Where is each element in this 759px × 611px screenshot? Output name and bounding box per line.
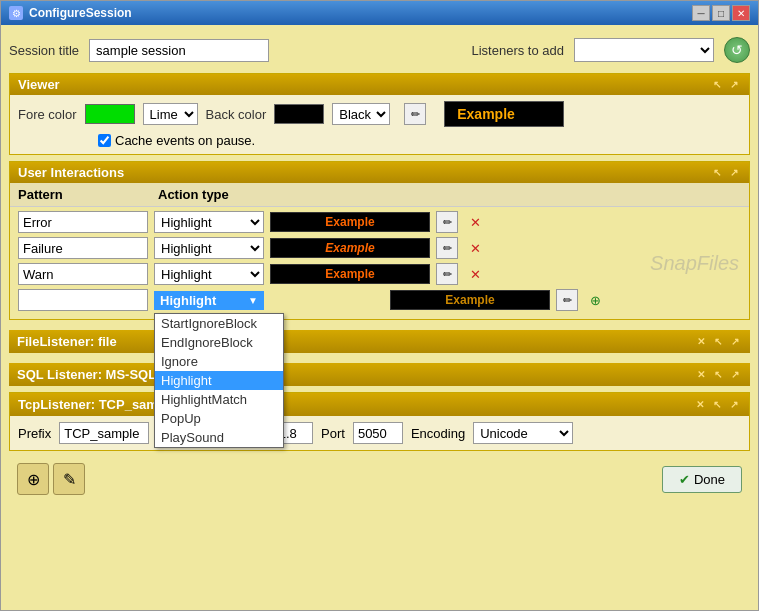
window-icon: ⚙ (9, 6, 23, 20)
minimize-button[interactable]: ─ (692, 5, 710, 21)
viewer-section: Viewer ↖ ↗ Fore color Lime Back color Bl (9, 73, 750, 155)
file-listener-row: FileListener: file ✕ ↖ ↗ (9, 330, 750, 353)
example-3: Example (270, 264, 430, 284)
ui-title: User Interactions (18, 165, 124, 180)
edit-btn-4[interactable]: ✏ (556, 289, 578, 311)
fore-color-select[interactable]: Lime (143, 103, 198, 125)
dropdown-item[interactable]: PopUp (155, 409, 283, 428)
port-input[interactable] (353, 422, 403, 444)
delete-btn-3[interactable]: ✕ (464, 263, 486, 285)
close-button[interactable]: ✕ (732, 5, 750, 21)
tcp-listener-header: TcpListener: TCP_sample ✕ ↖ ↗ (10, 393, 749, 416)
listeners-dropdown[interactable] (574, 38, 714, 62)
example-1: Example (270, 212, 430, 232)
sql-listener-title: SQL Listener: MS-SQL (17, 367, 156, 382)
action-dropdown[interactable]: StartIgnoreBlock EndIgnoreBlock Ignore H… (154, 313, 284, 448)
listeners-to-add-label: Listeners to add (471, 43, 564, 58)
cache-checkbox[interactable] (98, 134, 111, 147)
window-title: ConfigureSession (29, 6, 686, 20)
add-btn[interactable]: ⊕ (584, 289, 606, 311)
ui-rows: Highlight Example ✏ ✕ Highlight Example … (10, 207, 749, 319)
bottom-btn-2[interactable]: ✎ (53, 463, 85, 495)
action-dropdown-container: Highlight ▼ StartIgnoreBlock EndIgnoreBl… (154, 291, 264, 310)
example-2: Example (270, 238, 430, 258)
ui-icon-2[interactable]: ↗ (727, 166, 741, 180)
tcp-listener-title: TcpListener: TCP_sample (18, 397, 177, 412)
table-row: Highlight Example ✏ ✕ (18, 211, 741, 233)
window-controls: ─ □ ✕ (692, 5, 750, 21)
ui-column-headers: Pattern Action type (10, 183, 749, 207)
main-content: Session title Listeners to add ↺ Viewer … (1, 25, 758, 610)
viewer-edit-button[interactable]: ✏ (404, 103, 426, 125)
action-select-3[interactable]: Highlight (154, 263, 264, 285)
edit-btn-1[interactable]: ✏ (436, 211, 458, 233)
edit-btn-2[interactable]: ✏ (436, 237, 458, 259)
back-color-select[interactable]: Black (332, 103, 390, 125)
pattern-input-2[interactable] (18, 237, 148, 259)
done-button[interactable]: ✔ Done (662, 466, 742, 493)
session-title-label: Session title (9, 43, 79, 58)
file-listener-icon-2[interactable]: ↗ (728, 335, 742, 349)
session-title-input[interactable] (89, 39, 269, 62)
fore-color-label: Fore color (18, 107, 77, 122)
user-interactions-section: User Interactions ↖ ↗ Pattern Action typ… (9, 161, 750, 320)
maximize-button[interactable]: □ (712, 5, 730, 21)
bottom-left-buttons: ⊕ ✎ (17, 463, 85, 495)
sql-listener-icon-1[interactable]: ↖ (711, 368, 725, 382)
action-select-1[interactable]: Highlight (154, 211, 264, 233)
sql-listener-icon-2[interactable]: ↗ (728, 368, 742, 382)
viewer-title: Viewer (18, 77, 60, 92)
viewer-color-row: Fore color Lime Back color Black ✏ Examp… (18, 101, 741, 127)
back-color-label: Back color (206, 107, 267, 122)
dropdown-item-playsound[interactable]: PlaySound (155, 428, 283, 447)
pattern-input-3[interactable] (18, 263, 148, 285)
back-color-swatch (274, 104, 324, 124)
fore-color-swatch (85, 104, 135, 124)
file-listener-delete-icon[interactable]: ✕ (694, 335, 708, 349)
viewer-body: Fore color Lime Back color Black ✏ Examp… (10, 95, 749, 154)
ui-icon-1[interactable]: ↖ (710, 166, 724, 180)
done-check-icon: ✔ (679, 472, 690, 487)
bottom-bar: ⊕ ✎ ✔ Done (9, 457, 750, 501)
refresh-button[interactable]: ↺ (724, 37, 750, 63)
cache-label: Cache events on pause. (115, 133, 255, 148)
bottom-btn-1[interactable]: ⊕ (17, 463, 49, 495)
tcp-listener-icon-1[interactable]: ↖ (710, 398, 724, 412)
table-row: Highlight ▼ StartIgnoreBlock EndIgnoreBl… (18, 289, 741, 311)
example-4: Example (390, 290, 550, 310)
pattern-input-1[interactable] (18, 211, 148, 233)
viewer-icon-2[interactable]: ↗ (727, 78, 741, 92)
col-action-header: Action type (158, 187, 288, 202)
table-row: Highlight Example ✏ ✕ (18, 263, 741, 285)
viewer-header: Viewer ↖ ↗ (10, 74, 749, 95)
tcp-listener-icon-2[interactable]: ↗ (727, 398, 741, 412)
encoding-select[interactable]: Unicode (473, 422, 573, 444)
dropdown-item[interactable]: EndIgnoreBlock (155, 333, 283, 352)
delete-btn-2[interactable]: ✕ (464, 237, 486, 259)
prefix-input[interactable] (59, 422, 149, 444)
ui-header: User Interactions ↖ ↗ (10, 162, 749, 183)
dropdown-item[interactable]: HighlightMatch (155, 390, 283, 409)
cache-row: Cache events on pause. (18, 133, 741, 148)
dropdown-item[interactable]: StartIgnoreBlock (155, 314, 283, 333)
viewer-icon-1[interactable]: ↖ (710, 78, 724, 92)
action-select-2[interactable]: Highlight (154, 237, 264, 259)
tcp-listener-delete-icon[interactable]: ✕ (693, 398, 707, 412)
delete-btn-1[interactable]: ✕ (464, 211, 486, 233)
main-window: ⚙ ConfigureSession ─ □ ✕ Session title L… (0, 0, 759, 611)
dropdown-header[interactable]: Highlight ▼ (154, 291, 264, 310)
sql-listener-delete-icon[interactable]: ✕ (694, 368, 708, 382)
top-bar: Session title Listeners to add ↺ (9, 33, 750, 67)
prefix-label: Prefix (18, 426, 51, 441)
file-listener-icon-1[interactable]: ↖ (711, 335, 725, 349)
table-row: Highlight Example ✏ ✕ (18, 237, 741, 259)
pattern-input-4[interactable] (18, 289, 148, 311)
file-listener-title: FileListener: file (17, 334, 117, 349)
done-label: Done (694, 472, 725, 487)
dropdown-item[interactable]: Ignore (155, 352, 283, 371)
dropdown-item-highlight[interactable]: Highlight (155, 371, 283, 390)
tcp-section: TcpListener: TCP_sample ✕ ↖ ↗ Prefix Sen… (9, 392, 750, 451)
title-bar: ⚙ ConfigureSession ─ □ ✕ (1, 1, 758, 25)
encoding-label: Encoding (411, 426, 465, 441)
edit-btn-3[interactable]: ✏ (436, 263, 458, 285)
